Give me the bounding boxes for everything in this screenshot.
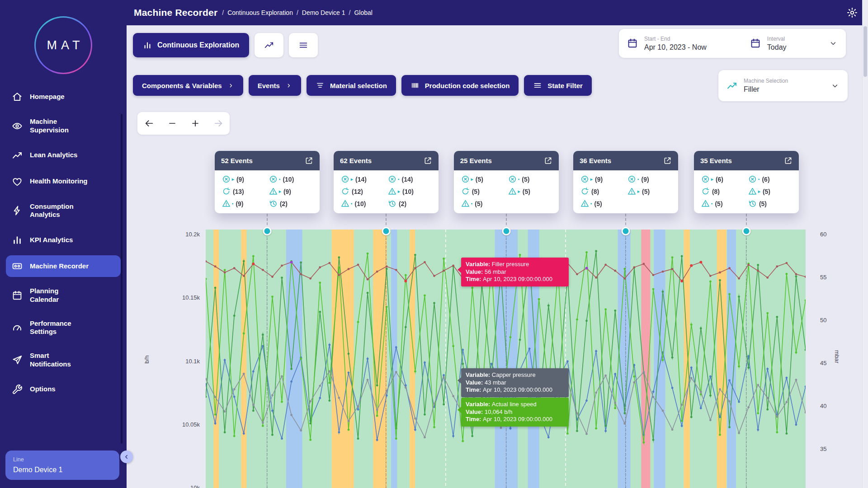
interval-field[interactable]: Interval Today xyxy=(750,36,787,52)
event-marker-dot[interactable] xyxy=(382,227,391,235)
event-type-count: ▪(9) xyxy=(627,175,671,183)
square-marker-icon: ▪ xyxy=(398,177,400,182)
sidebar-item-label: Machine Supervision xyxy=(30,117,69,135)
filter-components-variables[interactable]: Components & Variables xyxy=(133,75,243,96)
event-type-count: (5) xyxy=(461,187,505,196)
event-marker-dot[interactable] xyxy=(502,227,510,235)
event-type-count: ▪(5) xyxy=(461,199,505,208)
chevron-down-icon[interactable] xyxy=(829,39,838,48)
event-count: (10) xyxy=(355,200,366,207)
arrow-marker-icon: ▸ xyxy=(398,189,400,194)
line-chart-icon xyxy=(726,80,737,91)
event-card-body: ▸(9)▪(10)(13)▸(9)▪(9)(2) xyxy=(215,170,320,213)
y-axis-tick-right: 35 xyxy=(820,446,843,452)
continuous-exploration-button[interactable]: Continuous Exploration xyxy=(133,33,249,57)
sidebar-item-machine-supervision[interactable]: Machine Supervision xyxy=(6,112,121,140)
event-count: (5) xyxy=(642,188,650,195)
event-marker-dot[interactable] xyxy=(622,227,630,235)
square-marker-icon: ▪ xyxy=(351,201,353,206)
event-timeline-line xyxy=(625,230,626,488)
sidebar-item-consumption-analytics[interactable]: Consumption Analytics xyxy=(6,197,121,225)
filter-events[interactable]: Events xyxy=(249,75,301,96)
sidebar-item-health-monitoring[interactable]: Health Monitoring xyxy=(6,171,121,192)
sidebar-item-label: Homepage xyxy=(30,93,65,101)
sidebar-item-planning-calendar[interactable]: Planning Calendar xyxy=(6,282,121,310)
sidebar-item-label: Machine Recorder xyxy=(30,262,89,271)
external-link-icon[interactable] xyxy=(544,156,552,165)
event-summary-card: 52 Events▸(9)▪(10)(13)▸(9)▪(9)(2) xyxy=(215,151,320,213)
page-scrollbar[interactable] xyxy=(862,0,868,488)
breadcrumb-item[interactable]: Continuous Exploration xyxy=(227,9,293,16)
date-range-picker[interactable]: Start - End Apr 10, 2023 - Now Interval … xyxy=(619,29,846,58)
sidebar-item-performance-settings[interactable]: Performance Settings xyxy=(6,314,121,342)
event-card-header: 62 Events xyxy=(334,151,439,170)
arrow-marker-icon: ▸ xyxy=(590,177,593,182)
rotate-icon xyxy=(461,187,470,196)
event-count: (6) xyxy=(762,176,769,183)
filter-state-filter[interactable]: State Filter xyxy=(524,75,592,96)
breadcrumb-separator: / xyxy=(222,9,224,16)
event-count: (5) xyxy=(759,200,767,207)
line-view-button[interactable] xyxy=(255,33,283,57)
sidebar-collapse-button[interactable] xyxy=(120,450,133,463)
event-count-label: 25 Events xyxy=(460,157,492,164)
chevron-down-icon[interactable] xyxy=(830,81,840,90)
sidebar-item-homepage[interactable]: Homepage xyxy=(6,86,121,108)
warning-icon xyxy=(341,199,349,208)
filter-material-selection[interactable]: Material selection xyxy=(307,75,396,96)
external-link-icon[interactable] xyxy=(424,156,432,165)
recorder-icon xyxy=(12,261,23,272)
list-view-button[interactable] xyxy=(289,33,318,57)
history-forward-button[interactable] xyxy=(208,113,228,133)
sidebar-item-label: KPI Analytics xyxy=(30,236,73,244)
event-marker-dot[interactable] xyxy=(263,227,271,235)
sidebar-item-label: Options xyxy=(30,385,56,394)
chart-area: Variable: Filler pressureValue: 56 mbarT… xyxy=(206,230,806,488)
event-card-body: ▸(5)▪(5)(5)▸(5)▪(5) xyxy=(454,170,559,213)
external-link-icon[interactable] xyxy=(663,156,672,165)
sidebar-item-machine-recorder[interactable]: Machine Recorder xyxy=(6,255,121,277)
tooltip-value: Value: 56 mbar xyxy=(466,268,564,276)
menu-icon xyxy=(298,40,308,50)
event-count: (13) xyxy=(233,188,244,195)
history-icon xyxy=(388,199,396,208)
sidebar-item-options[interactable]: Options xyxy=(6,379,121,400)
external-link-icon[interactable] xyxy=(784,156,793,165)
machine-selection-value: Filler xyxy=(744,85,788,94)
event-type-count: (8) xyxy=(580,187,624,196)
sidebar-scrollbar[interactable] xyxy=(121,114,123,444)
machine-selection-dropdown[interactable]: Machine Selection Filler xyxy=(718,70,848,101)
event-type-count: (2) xyxy=(269,199,312,208)
event-timeline-line xyxy=(746,230,746,488)
top-header-bar: Machine Recorder /Continuous Exploration… xyxy=(0,0,868,25)
event-type-count: ▪(9) xyxy=(222,199,265,208)
external-link-icon[interactable] xyxy=(305,156,313,165)
zoom-in-button[interactable] xyxy=(185,113,205,133)
tooltip-variable: Variable: Filler pressure xyxy=(466,261,564,268)
sidebar-item-label: Lean Analytics xyxy=(30,151,77,160)
breadcrumb-item[interactable]: Global xyxy=(354,9,372,16)
breadcrumb: Machine Recorder /Continuous Exploration… xyxy=(134,7,373,18)
scrollbar-thumb[interactable] xyxy=(863,26,867,77)
breadcrumb-item[interactable]: Demo Device 1 xyxy=(302,9,345,16)
heart-icon xyxy=(12,176,23,187)
filter-production-code-selection[interactable]: Production code selection xyxy=(401,75,519,96)
tooltip-value: Value: 10,064 b/h xyxy=(466,408,564,416)
warning-icon xyxy=(627,187,636,196)
sidebar-item-smart-notifications[interactable]: Smart Notifications xyxy=(6,346,121,374)
settings-gear-icon[interactable] xyxy=(846,7,858,19)
event-marker-dot[interactable] xyxy=(742,227,750,235)
tooltip-value: Value: 43 mbar xyxy=(466,379,564,387)
zoom-out-button[interactable] xyxy=(162,113,182,133)
calendar-icon xyxy=(750,38,761,49)
gauge-icon xyxy=(12,322,23,333)
history-back-button[interactable] xyxy=(139,113,159,133)
y-axis-tick-right: 55 xyxy=(820,274,843,281)
sidebar-item-kpi-analytics[interactable]: KPI Analytics xyxy=(6,229,121,251)
plus-icon xyxy=(190,118,200,128)
event-count: (14) xyxy=(402,176,413,183)
cancel-icon xyxy=(508,175,517,183)
event-count: (8) xyxy=(712,188,720,195)
event-type-count: ▸(14) xyxy=(341,175,384,183)
sidebar-item-lean-analytics[interactable]: Lean Analytics xyxy=(6,145,121,166)
